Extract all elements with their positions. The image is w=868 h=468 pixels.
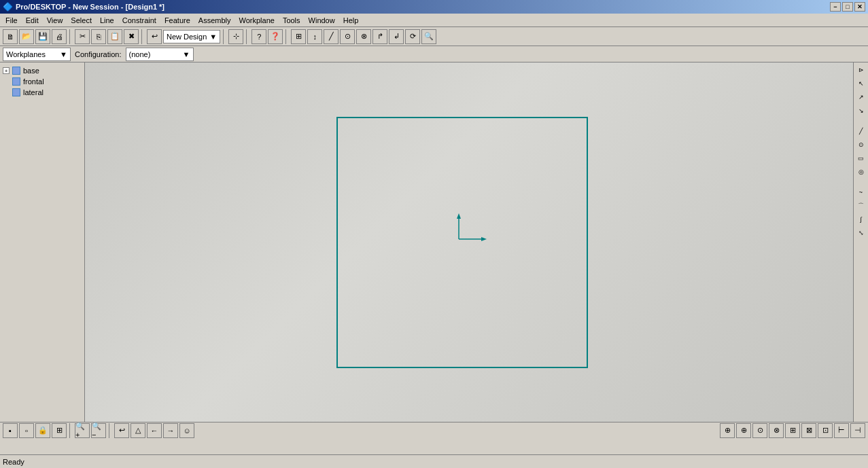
rs-btn-8[interactable]: ◎ (855, 166, 867, 178)
tree-item-frontal[interactable]: frontal (12, 76, 82, 87)
rs-btn-3[interactable]: ↗ (855, 91, 867, 103)
right-sidebar: ⊳ ↖ ↗ ↘ ╱ ⊙ ▭ ◎ ~ ⌒ ∫ ⤡ (853, 62, 868, 438)
menu-line[interactable]: Line (96, 15, 118, 26)
tree-label-lateral: lateral (23, 88, 44, 96)
workplane-dropdown[interactable]: Workplanes ▼ (3, 48, 71, 61)
left-panel: + base frontal lateral (0, 62, 85, 438)
close-button[interactable]: ✕ (854, 2, 865, 12)
bt-btn1[interactable]: ▪ (3, 423, 18, 438)
bt-btn6[interactable]: △ (131, 423, 145, 438)
rs-btn-2[interactable]: ↖ (855, 77, 867, 90)
save-button[interactable]: 💾 (35, 29, 50, 44)
copy-button[interactable]: ⎘ (91, 29, 106, 44)
bt-btn7[interactable]: ← (147, 423, 162, 438)
status-bar: Ready (0, 454, 868, 468)
new-button[interactable]: 🗎 (3, 29, 18, 44)
view-btn5[interactable]: ⊗ (356, 29, 371, 44)
view-btn9[interactable]: 🔍 (421, 29, 436, 44)
svg-marker-3 (481, 237, 487, 241)
title-text: Pro/DESKTOP - New Session - [Design1 *] (16, 3, 164, 11)
plane-icon-lateral (12, 88, 20, 96)
view-btn4[interactable]: ⊙ (340, 29, 355, 44)
bt-btn8[interactable]: → (163, 423, 178, 438)
menu-window[interactable]: Window (305, 15, 339, 26)
menu-workplane[interactable]: Workplane (235, 15, 278, 26)
separator4 (246, 29, 249, 44)
expand-base[interactable]: + (3, 67, 10, 74)
help-button[interactable]: ? (251, 29, 266, 44)
rs-btn-4[interactable]: ↘ (855, 105, 867, 117)
app-icon: 🔷 (3, 2, 13, 12)
view-btn2[interactable]: ↕ (307, 29, 322, 44)
delete-button[interactable]: ✖ (124, 29, 139, 44)
bt-r1[interactable]: ⊕ (720, 423, 735, 438)
view-btn3[interactable]: ╱ (324, 29, 338, 44)
separator2 (141, 29, 144, 44)
workplane-label: Workplanes (6, 50, 46, 58)
menu-view[interactable]: View (43, 15, 67, 26)
maximize-button[interactable]: □ (842, 2, 853, 12)
tree-label-frontal: frontal (23, 77, 44, 86)
minimize-button[interactable]: − (830, 2, 841, 12)
view-btn6[interactable]: ↱ (372, 29, 387, 44)
bt-smiley[interactable]: ☺ (179, 423, 194, 438)
bt-r8[interactable]: ⊢ (834, 423, 849, 438)
bt-r7[interactable]: ⊡ (818, 423, 833, 438)
rs-btn-1[interactable]: ⊳ (855, 64, 867, 76)
rs-btn-12[interactable]: ⤡ (855, 227, 867, 239)
config-dropdown[interactable]: (none) ▼ (126, 48, 194, 61)
view-btn8[interactable]: ⟳ (405, 29, 420, 44)
main-toolbar: 🗎 📂 💾 🖨 ✂ ⎘ 📋 ✖ ↩ New Design ▼ ⊹ ? ❓ ⊞ ↕… (0, 27, 868, 46)
bt-zoom-in[interactable]: 🔍+ (75, 423, 90, 438)
dropdown-arrow: ▼ (209, 33, 217, 41)
rs-btn-11[interactable]: ∫ (855, 213, 867, 226)
bt-r2[interactable]: ⊕ (736, 423, 751, 438)
rs-btn-6[interactable]: ⊙ (855, 139, 867, 151)
tree-label-base: base (23, 67, 39, 75)
bt-r6[interactable]: ⊠ (801, 423, 816, 438)
undo-button[interactable]: ↩ (147, 29, 162, 44)
tree-item-base[interactable]: + base (3, 65, 82, 76)
menu-constraint[interactable]: Constraint (118, 15, 160, 26)
cut-button[interactable]: ✂ (75, 29, 90, 44)
new-design-dropdown[interactable]: New Design ▼ (163, 30, 220, 43)
bt-r3[interactable]: ⊙ (752, 423, 767, 438)
print-button[interactable]: 🖨 (52, 29, 67, 44)
bt-btn2[interactable]: ▫ (19, 423, 34, 438)
menu-edit[interactable]: Edit (22, 15, 43, 26)
bt-btn5[interactable]: ↩ (114, 423, 129, 438)
bt-r9[interactable]: ⊣ (850, 423, 865, 438)
rs-btn-5[interactable]: ╱ (855, 125, 867, 137)
select-button[interactable]: ⊹ (228, 29, 243, 44)
rs-btn-9[interactable]: ~ (855, 186, 867, 198)
rs-btn-7[interactable]: ▭ (855, 152, 867, 164)
view-btn7[interactable]: ↲ (389, 29, 404, 44)
canvas-wrapper: ⊳ ↖ ↗ ↘ ╱ ⊙ ▭ ◎ ~ ⌒ ∫ ⤡ (85, 62, 868, 438)
menu-tools[interactable]: Tools (279, 15, 305, 26)
bt-r4[interactable]: ⊗ (769, 423, 784, 438)
bt-r5[interactable]: ⊞ (785, 423, 800, 438)
config-label: Configuration: (75, 50, 122, 58)
help2-button[interactable]: ❓ (268, 29, 283, 44)
config-arrow: ▼ (183, 50, 190, 58)
menu-file[interactable]: File (1, 15, 22, 26)
rs-btn-10[interactable]: ⌒ (855, 200, 867, 212)
menu-feature[interactable]: Feature (160, 15, 194, 26)
view-btn1[interactable]: ⊞ (291, 29, 306, 44)
bt-zoom-out[interactable]: 🔍− (91, 423, 106, 438)
bt-btn3[interactable]: 🔒 (35, 423, 50, 438)
canvas-area[interactable] (85, 62, 853, 438)
tree-children: frontal lateral (12, 76, 82, 98)
new-design-label: New Design (167, 33, 207, 41)
separator1 (69, 29, 72, 44)
bt-sep1 (69, 423, 72, 438)
bottom-toolbar: ▪ ▫ 🔒 ⊞ 🔍+ 🔍− ↩ △ ← → ☺ ⊕ ⊕ ⊙ ⊗ ⊞ ⊠ ⊡ ⊢ … (0, 422, 868, 438)
paste-button[interactable]: 📋 (107, 29, 122, 44)
tree-item-lateral[interactable]: lateral (12, 87, 82, 98)
menu-select[interactable]: Select (67, 15, 96, 26)
status-text: Ready (3, 458, 24, 466)
menu-assembly[interactable]: Assembly (194, 15, 235, 26)
open-button[interactable]: 📂 (19, 29, 34, 44)
bt-btn4[interactable]: ⊞ (52, 423, 67, 438)
menu-help[interactable]: Help (339, 15, 363, 26)
